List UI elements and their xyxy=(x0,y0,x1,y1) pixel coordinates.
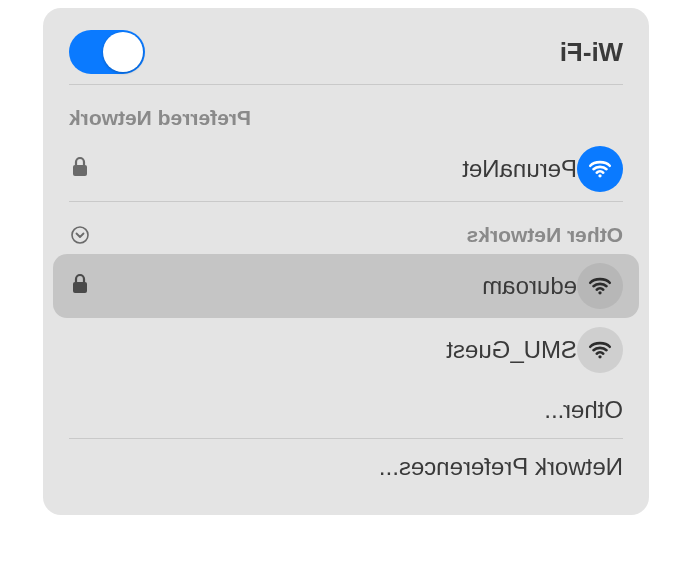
network-item-perunanet[interactable]: PerunaNet xyxy=(43,137,649,201)
network-item-eduroam[interactable]: eduroam xyxy=(53,254,639,318)
other-link: Other... xyxy=(544,396,623,424)
wifi-signal-icon xyxy=(577,263,623,309)
svg-point-5 xyxy=(598,355,601,358)
svg-point-3 xyxy=(598,291,601,294)
wifi-signal-icon xyxy=(577,327,623,373)
wifi-signal-icon xyxy=(577,146,623,192)
preferred-label: Preferred Network xyxy=(69,106,251,130)
wifi-title: Wi-Fi xyxy=(560,37,623,68)
lock-icon xyxy=(69,273,89,299)
network-preferences-item[interactable]: Network Preferences... xyxy=(43,439,649,495)
network-name: SMU_Guest xyxy=(446,336,577,364)
other-section-header[interactable]: Other Networks xyxy=(43,202,649,254)
chevron-down-icon xyxy=(69,224,91,246)
lock-icon xyxy=(69,156,89,182)
preferred-section-header: Preferred Network xyxy=(43,85,649,137)
toggle-knob xyxy=(103,32,143,72)
wifi-menu-panel: Wi-Fi Preferred Network PerunaNet xyxy=(43,8,649,515)
network-name: eduroam xyxy=(482,272,577,300)
prefs-link: Network Preferences... xyxy=(379,453,623,481)
svg-rect-4 xyxy=(73,282,87,293)
svg-rect-1 xyxy=(73,165,87,176)
other-label: Other Networks xyxy=(467,223,623,247)
network-name: PerunaNet xyxy=(462,155,577,183)
wifi-toggle[interactable] xyxy=(69,30,145,74)
svg-point-0 xyxy=(598,174,601,177)
svg-point-2 xyxy=(72,227,88,243)
wifi-header-row: Wi-Fi xyxy=(43,24,649,84)
network-item-smuguest[interactable]: SMU_Guest xyxy=(43,318,649,382)
other-network-item[interactable]: Other... xyxy=(43,382,649,438)
